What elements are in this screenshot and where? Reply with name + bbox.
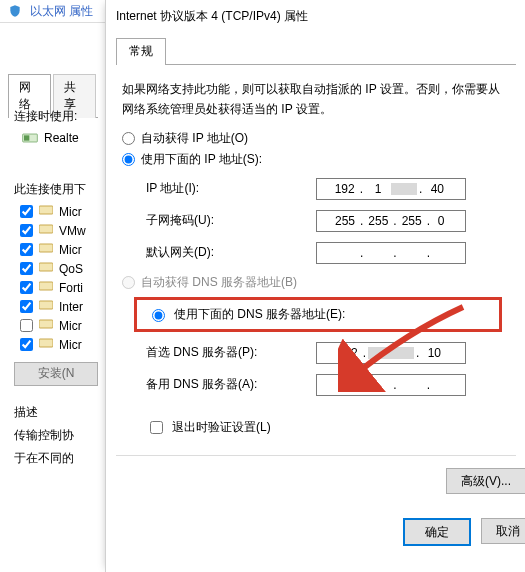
connect-using-label: 连接时使用: <box>14 108 104 125</box>
service-checkbox[interactable] <box>20 224 33 237</box>
svg-rect-8 <box>39 320 53 328</box>
dialog-buttons: 确定 取消 <box>403 518 525 546</box>
dns1-label: 首选 DNS 服务器(P): <box>146 344 316 361</box>
dns1-input[interactable]: 192. . 10 <box>316 342 466 364</box>
service-label: Micr <box>59 319 82 333</box>
svg-rect-9 <box>39 339 53 347</box>
cancel-button[interactable]: 取消 <box>481 518 525 544</box>
service-checkbox[interactable] <box>20 243 33 256</box>
tab-general[interactable]: 常规 <box>116 38 166 65</box>
ip-address-label: IP 地址(I): <box>146 180 316 197</box>
list-item[interactable]: Micr <box>20 337 104 352</box>
radio-auto-dns: 自动获得 DNS 服务器地址(B) <box>122 274 510 291</box>
protocol-icon <box>39 204 53 219</box>
list-item[interactable]: Micr <box>20 242 104 257</box>
svg-rect-6 <box>39 282 53 290</box>
radio-auto-ip[interactable]: 自动获得 IP 地址(O) <box>122 130 510 147</box>
services-list: MicrVMwMicrQoSFortiInterMicrMicr <box>14 204 104 352</box>
svg-rect-4 <box>39 244 53 252</box>
service-label: Forti <box>59 281 83 295</box>
redacted <box>368 347 414 359</box>
service-label: Inter <box>59 300 83 314</box>
radio-use-ip-label: 使用下面的 IP 地址(S): <box>141 151 262 168</box>
protocol-icon <box>39 280 53 295</box>
intro-text: 如果网络支持此功能，则可以获取自动指派的 IP 设置。否则，你需要从网络系统管理… <box>122 79 510 120</box>
protocol-icon <box>39 318 53 333</box>
gateway-input[interactable]: ... <box>316 242 466 264</box>
radio-use-dns-input[interactable] <box>152 309 165 322</box>
svg-rect-1 <box>24 135 29 140</box>
svg-rect-7 <box>39 301 53 309</box>
protocol-icon <box>39 261 53 276</box>
list-item[interactable]: Micr <box>20 318 104 333</box>
service-label: Micr <box>59 205 82 219</box>
protocol-icon <box>39 299 53 314</box>
list-item[interactable]: VMw <box>20 223 104 238</box>
service-checkbox[interactable] <box>20 300 33 313</box>
list-item[interactable]: Forti <box>20 280 104 295</box>
subnet-mask-label: 子网掩码(U): <box>146 212 316 229</box>
advanced-button[interactable]: 高级(V)... <box>446 468 525 494</box>
description-line: 传输控制协 <box>14 427 104 444</box>
ipv4-properties-dialog: Internet 协议版本 4 (TCP/IPv4) 属性 常规 如果网络支持此… <box>105 0 525 572</box>
ip-address-input[interactable]: 192. 1 . 40 <box>316 178 466 200</box>
service-checkbox[interactable] <box>20 338 33 351</box>
separator <box>116 455 516 456</box>
services-label: 此连接使用下 <box>14 181 104 198</box>
ip-address-row: IP 地址(I): 192. 1 . 40 <box>146 178 510 200</box>
nic-icon <box>22 132 38 144</box>
ok-button[interactable]: 确定 <box>403 518 471 546</box>
dns1-row: 首选 DNS 服务器(P): 192. . 10 <box>146 342 510 364</box>
parent-window-title: 以太网 属性 <box>30 3 93 20</box>
gateway-row: 默认网关(D): ... <box>146 242 510 264</box>
service-label: Micr <box>59 243 82 257</box>
radio-auto-dns-input <box>122 276 135 289</box>
svg-rect-5 <box>39 263 53 271</box>
service-checkbox[interactable] <box>20 319 33 332</box>
service-label: QoS <box>59 262 83 276</box>
protocol-icon <box>39 223 53 238</box>
protocol-icon <box>39 337 53 352</box>
validate-label: 退出时验证设置(L) <box>172 419 271 436</box>
description-line: 于在不同的 <box>14 450 104 467</box>
install-button[interactable]: 安装(N <box>14 362 98 386</box>
shield-icon <box>8 4 22 18</box>
dns2-label: 备用 DNS 服务器(A): <box>146 376 316 393</box>
validate-checkbox[interactable]: 退出时验证设置(L) <box>146 418 510 437</box>
nic-row[interactable]: Realte <box>22 131 104 145</box>
dns2-row: 备用 DNS 服务器(A): ... <box>146 374 510 396</box>
ip-group: 自动获得 IP 地址(O) 使用下面的 IP 地址(S): IP 地址(I): … <box>122 130 510 264</box>
validate-checkbox-input[interactable] <box>150 421 163 434</box>
description-section: 描述 传输控制协 于在不同的 <box>14 404 104 467</box>
service-label: Micr <box>59 338 82 352</box>
redacted <box>391 183 417 195</box>
protocol-icon <box>39 242 53 257</box>
radio-auto-dns-label: 自动获得 DNS 服务器地址(B) <box>141 274 297 291</box>
list-item[interactable]: QoS <box>20 261 104 276</box>
radio-use-dns-label: 使用下面的 DNS 服务器地址(E): <box>174 306 345 323</box>
service-checkbox[interactable] <box>20 281 33 294</box>
service-label: VMw <box>59 224 86 238</box>
list-item[interactable]: Micr <box>20 204 104 219</box>
subnet-mask-input[interactable]: 255. 255. 255. 0 <box>316 210 466 232</box>
highlight-use-dns: 使用下面的 DNS 服务器地址(E): <box>134 297 502 332</box>
radio-auto-ip-input[interactable] <box>122 132 135 145</box>
radio-use-ip[interactable]: 使用下面的 IP 地址(S): <box>122 151 510 168</box>
service-checkbox[interactable] <box>20 205 33 218</box>
subnet-mask-row: 子网掩码(U): 255. 255. 255. 0 <box>146 210 510 232</box>
nic-name: Realte <box>44 131 79 145</box>
gateway-label: 默认网关(D): <box>146 244 316 261</box>
description-label: 描述 <box>14 404 104 421</box>
radio-use-ip-input[interactable] <box>122 153 135 166</box>
dialog-title: Internet 协议版本 4 (TCP/IPv4) 属性 <box>106 0 525 31</box>
dialog-tabs: 常规 <box>116 37 516 65</box>
svg-rect-2 <box>39 206 53 214</box>
radio-auto-ip-label: 自动获得 IP 地址(O) <box>141 130 248 147</box>
dns2-input[interactable]: ... <box>316 374 466 396</box>
svg-rect-3 <box>39 225 53 233</box>
parent-window-caption: 以太网 属性 <box>8 0 93 22</box>
service-checkbox[interactable] <box>20 262 33 275</box>
dns-group: 自动获得 DNS 服务器地址(B) 使用下面的 DNS 服务器地址(E): 首选… <box>122 274 510 437</box>
list-item[interactable]: Inter <box>20 299 104 314</box>
